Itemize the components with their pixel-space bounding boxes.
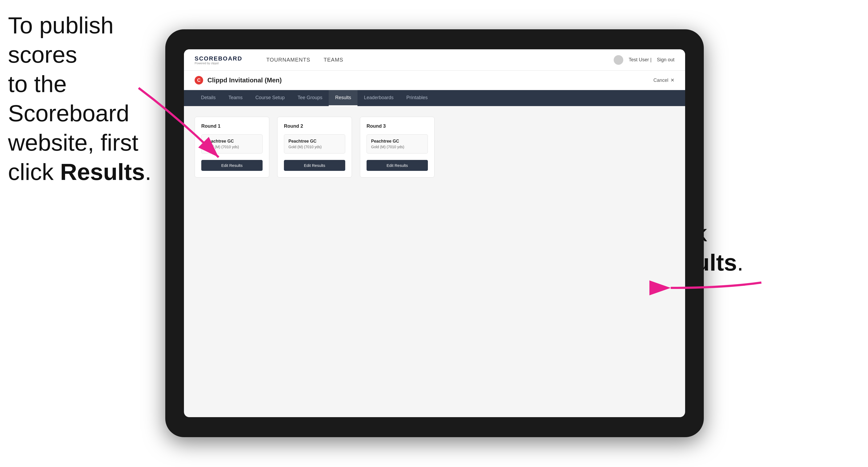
tab-details[interactable]: Details xyxy=(195,90,222,106)
instruction-line4-normal: click xyxy=(8,159,60,185)
round-2-course-info: Gold (M) (7010 yds) xyxy=(288,145,341,149)
edit-results-btn-round1[interactable]: Edit Results xyxy=(201,160,262,171)
round-3-card: Round 3 Peachtree GC Gold (M) (7010 yds)… xyxy=(360,117,435,178)
round-3-course-info: Gold (M) (7010 yds) xyxy=(371,145,423,149)
instruction-line2: to the Scoreboard xyxy=(8,71,129,126)
tab-results[interactable]: Results xyxy=(329,90,358,106)
instruction-line1: To publish scores xyxy=(8,12,114,68)
nav-tournaments[interactable]: TOURNAMENTS xyxy=(266,57,310,63)
nav-links: TOURNAMENTS TEAMS xyxy=(266,57,598,63)
cancel-label: Cancel xyxy=(653,77,668,83)
round-1-card: Round 1 Peachtree GC Gold (M) (7010 yds)… xyxy=(195,117,269,178)
logo-text: SCOREBOARD xyxy=(195,55,242,62)
top-nav: SCOREBOARD Powered by clippd TOURNAMENTS… xyxy=(184,49,685,71)
instruction-left: To publish scores to the Scoreboard webs… xyxy=(8,11,163,187)
round-2-title: Round 2 xyxy=(284,123,345,129)
instruction-right-line2-end: . xyxy=(737,249,744,276)
tab-course-setup[interactable]: Course Setup xyxy=(249,90,291,106)
instruction-line4-end: . xyxy=(145,159,151,185)
round-2-course-card: Peachtree GC Gold (M) (7010 yds) xyxy=(284,134,345,154)
tab-printables[interactable]: Printables xyxy=(400,90,434,106)
results-area: Round 1 Peachtree GC Gold (M) (7010 yds)… xyxy=(184,106,685,188)
edit-results-btn-round2[interactable]: Edit Results xyxy=(284,160,345,171)
tournament-icon: C xyxy=(195,76,203,85)
cancel-button[interactable]: Cancel ✕ xyxy=(653,77,675,83)
user-text: Test User | xyxy=(629,57,652,63)
round-1-course-info: Gold (M) (7010 yds) xyxy=(206,145,258,149)
nav-teams[interactable]: TEAMS xyxy=(323,57,343,63)
round-1-course-card: Peachtree GC Gold (M) (7010 yds) xyxy=(201,134,262,154)
round-2-course-name: Peachtree GC xyxy=(288,139,341,144)
tournament-name: Clippd Invitational (Men) xyxy=(208,76,282,84)
edit-results-btn-round3[interactable]: Edit Results xyxy=(367,160,428,171)
round-3-course-name: Peachtree GC xyxy=(371,139,423,144)
tournament-title-row: C Clippd Invitational (Men) xyxy=(195,76,282,85)
round-2-card: Round 2 Peachtree GC Gold (M) (7010 yds)… xyxy=(277,117,352,178)
tablet-screen: SCOREBOARD Powered by clippd TOURNAMENTS… xyxy=(184,49,685,417)
tablet-device: SCOREBOARD Powered by clippd TOURNAMENTS… xyxy=(165,29,704,437)
user-avatar xyxy=(614,55,623,65)
tab-tee-groups[interactable]: Tee Groups xyxy=(291,90,329,106)
round-1-course-name: Peachtree GC xyxy=(206,139,258,144)
nav-right: Test User | Sign out xyxy=(614,55,675,65)
sign-out-link[interactable]: Sign out xyxy=(657,57,675,63)
tab-teams[interactable]: Teams xyxy=(222,90,249,106)
round-3-title: Round 3 xyxy=(367,123,428,129)
logo-area: SCOREBOARD Powered by clippd xyxy=(195,55,242,65)
tournament-header: C Clippd Invitational (Men) Cancel ✕ xyxy=(184,71,685,90)
instruction-line3: website, first xyxy=(8,129,138,156)
instruction-line4-bold: Results xyxy=(60,159,145,185)
round-3-course-card: Peachtree GC Gold (M) (7010 yds) xyxy=(367,134,428,154)
close-icon: ✕ xyxy=(671,77,675,83)
round-1-title: Round 1 xyxy=(201,123,262,129)
sub-nav: Details Teams Course Setup Tee Groups Re… xyxy=(184,90,685,106)
tab-leaderboards[interactable]: Leaderboards xyxy=(358,90,400,106)
logo-subtitle: Powered by clippd xyxy=(195,62,219,65)
